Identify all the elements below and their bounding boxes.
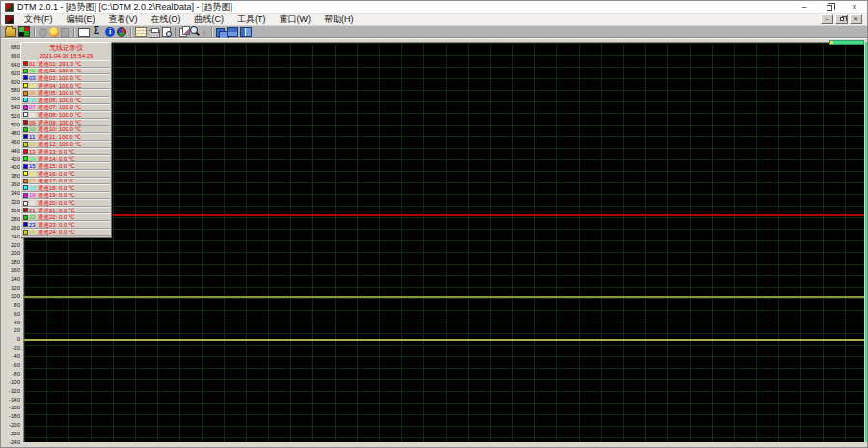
y-tick-label: 160 — [0, 267, 20, 273]
legend-row[interactable]: 18通道18: 0.0 ℃ — [22, 184, 110, 192]
channel-value: 通道08: 100.0 ℃ — [38, 112, 81, 118]
window-title: DTM 2.0.1 - [趋势图] [C:\DTM 2.0.2\RealData… — [17, 1, 232, 14]
legend-row[interactable]: 05通道05: 100.0 ℃ — [22, 89, 110, 97]
menu-item[interactable]: 查看(V) — [102, 14, 145, 26]
channel-value: 通道02: 100.0 ℃ — [38, 68, 81, 73]
legend-row[interactable]: 21通道21: 0.0 ℃ — [22, 207, 110, 214]
series-line — [24, 214, 864, 216]
open-folder-icon[interactable] — [5, 28, 16, 37]
restore-button[interactable] — [817, 1, 842, 13]
print-preview-icon[interactable] — [162, 27, 171, 37]
pointer-disabled-icon[interactable] — [203, 29, 207, 37]
close-button[interactable]: × — [842, 1, 867, 13]
legend-rows: 01通道01: 291.3 ℃02通道02: 100.0 ℃03通道03: 10… — [21, 60, 111, 236]
alarm-icon[interactable] — [49, 27, 59, 37]
legend-row[interactable]: 22通道22: 0.0 ℃ — [22, 213, 110, 221]
toolbar — [1, 26, 867, 38]
vertical-scroll-indicator[interactable] — [864, 42, 868, 442]
cascade-windows-icon[interactable] — [216, 28, 225, 37]
legend-row[interactable]: 12通道12: 100.0 ℃ — [22, 141, 110, 149]
channel-value: 通道18: 0.0 ℃ — [38, 185, 75, 191]
menu-item[interactable]: 窗口(W) — [273, 14, 318, 26]
minimize-button[interactable]: – — [792, 1, 817, 13]
y-tick-label: 360 — [0, 182, 20, 187]
channel-number: 12 — [29, 141, 38, 147]
channel-number: 10 — [29, 126, 38, 132]
chart-plot-area[interactable] — [23, 42, 864, 442]
legend-row[interactable]: 04通道04: 100.0 ℃ — [22, 82, 110, 90]
channel-number: 19 — [29, 192, 38, 198]
channel-color-chip — [23, 164, 28, 169]
y-tick-label: 440 — [0, 148, 20, 154]
legend-row[interactable]: 14通道14: 0.0 ℃ — [22, 155, 110, 163]
print-icon[interactable] — [149, 30, 160, 38]
info-icon[interactable] — [105, 27, 115, 37]
notepad-icon[interactable] — [135, 27, 147, 37]
channel-number: 13 — [29, 149, 38, 154]
channel-grid-icon[interactable] — [18, 26, 30, 37]
y-tick-label: -220 — [0, 431, 20, 436]
channel-value: 通道19: 0.0 ℃ — [38, 192, 75, 198]
legend-row[interactable]: 02通道02: 100.0 ℃ — [22, 68, 110, 75]
mdi-minimize-button[interactable]: – — [821, 14, 833, 24]
y-tick-label: 620 — [0, 70, 20, 76]
legend-row[interactable]: 11通道11: 100.0 ℃ — [22, 133, 110, 141]
menu-item[interactable]: 曲线(C) — [188, 14, 231, 26]
channel-color-chip — [23, 112, 28, 117]
horizontal-scroll-indicator[interactable] — [829, 40, 864, 45]
window-icon[interactable] — [78, 28, 90, 37]
legend-row[interactable]: 15通道15: 0.0 ℃ — [22, 162, 110, 170]
y-tick-label: 400 — [0, 164, 20, 170]
menu-list: 文件(F)编辑(E)查看(V)在线(O)曲线(C)工具(T)窗口(W)帮助(H) — [17, 14, 361, 26]
legend-row[interactable]: 07通道07: 100.0 ℃ — [22, 104, 110, 112]
menu-item[interactable]: 文件(F) — [17, 14, 60, 26]
channel-number: 14 — [29, 156, 38, 162]
menu-item[interactable]: 编辑(E) — [60, 14, 102, 26]
menu-item[interactable]: 帮助(H) — [317, 14, 361, 26]
menu-item[interactable]: 工具(T) — [231, 14, 273, 26]
sum-icon[interactable] — [92, 26, 103, 37]
legend-timestamp: 2021-04-30 15:54:29 — [21, 52, 111, 60]
mdi-restore-button[interactable] — [835, 14, 848, 24]
channel-color-chip — [23, 208, 28, 212]
legend-row[interactable]: 10通道10: 100.0 ℃ — [22, 126, 110, 133]
legend-row[interactable]: 23通道23: 0.0 ℃ — [22, 221, 110, 229]
channel-color-chip — [23, 222, 28, 227]
legend-row[interactable]: 16通道16: 0.0 ℃ — [22, 170, 110, 178]
channel-color-chip — [23, 127, 28, 132]
channel-number: 21 — [29, 208, 38, 213]
legend-row[interactable]: 01通道01: 291.3 ℃ — [22, 60, 110, 68]
legend-row[interactable]: 24通道24: 0.0 ℃ — [22, 229, 110, 237]
channel-value: 通道09: 100.0 ℃ — [38, 120, 81, 126]
stop-disabled-icon[interactable] — [61, 28, 69, 37]
y-tick-label: 380 — [0, 173, 20, 179]
y-tick-label: 260 — [0, 225, 20, 231]
channel-value: 通道01: 291.3 ℃ — [38, 61, 81, 67]
legend-row[interactable]: 17通道17: 0.0 ℃ — [22, 178, 110, 185]
menu-item[interactable]: 在线(O) — [145, 14, 188, 26]
toolbar-separator — [211, 27, 212, 37]
channel-value: 通道14: 0.0 ℃ — [38, 156, 75, 162]
pie-chart-icon[interactable] — [117, 27, 126, 37]
legend-row[interactable]: 20通道20: 0.0 ℃ — [22, 199, 110, 207]
tile-horizontal-icon[interactable] — [227, 27, 238, 37]
legend-row[interactable]: 03通道03: 100.0 ℃ — [22, 74, 110, 82]
legend-panel: 无线记录仪 2021-04-30 15:54:29 01通道01: 291.3 … — [20, 42, 112, 238]
legend-row[interactable]: 06通道06: 100.0 ℃ — [22, 97, 110, 104]
zoom-icon[interactable] — [189, 26, 201, 37]
legend-row[interactable]: 13通道13: 0.0 ℃ — [22, 148, 110, 155]
toolbar-separator — [130, 27, 131, 37]
legend-row[interactable]: 09通道09: 100.0 ℃ — [22, 119, 110, 126]
menu-bar: 文件(F)编辑(E)查看(V)在线(O)曲线(C)工具(T)窗口(W)帮助(H)… — [1, 14, 867, 26]
mdi-close-button[interactable]: × — [850, 14, 862, 24]
copy-icon[interactable] — [179, 28, 187, 37]
channel-value: 通道03: 100.0 ℃ — [38, 75, 81, 81]
channel-value: 通道06: 100.0 ℃ — [38, 98, 81, 103]
record-disabled-icon[interactable] — [39, 28, 47, 37]
toolbar-separator — [175, 27, 176, 37]
legend-row[interactable]: 08通道08: 100.0 ℃ — [22, 111, 110, 119]
toolbar-icons — [4, 26, 253, 37]
legend-row[interactable]: 19通道19: 0.0 ℃ — [22, 192, 110, 200]
dtm-window: DTM 2.0.1 - [趋势图] [C:\DTM 2.0.2\RealData… — [0, 0, 868, 448]
tile-vertical-icon[interactable] — [240, 27, 252, 37]
